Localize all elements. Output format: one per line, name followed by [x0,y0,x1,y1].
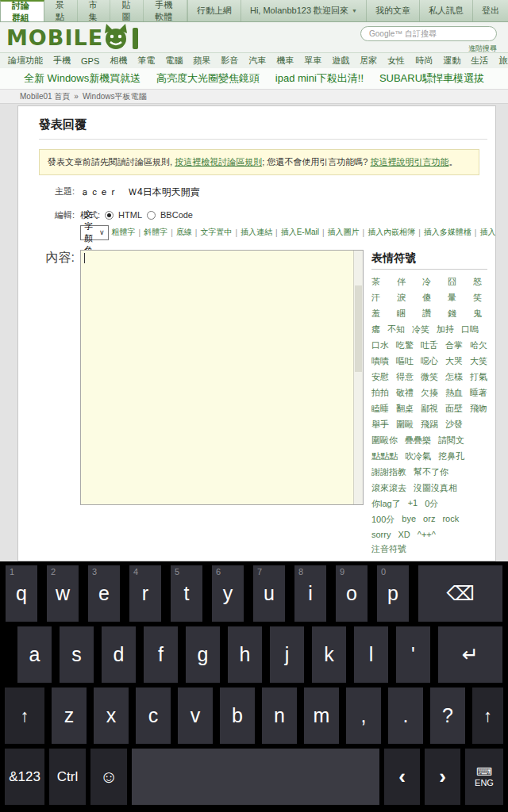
key-t[interactable]: 5t [171,565,202,622]
cursor-left-key[interactable]: ‹ [384,749,420,805]
nav-item-13[interactable]: 女性 [387,55,405,67]
topbar-link-4[interactable]: 登出 [472,0,508,21]
nav-item-16[interactable]: 生活 [471,55,488,67]
emoticon-link[interactable]: ^++^ [418,530,436,539]
toolbar-link-8[interactable]: 插入多媒體檔 [424,227,471,238]
emoticon-link[interactable]: 吃驚 [396,339,414,351]
emoticon-link[interactable]: 囧 [448,276,456,288]
emoticon-link[interactable]: 嘔吐 [396,355,414,367]
emoticon-link[interactable]: 淚 [397,292,406,304]
emoticon-link[interactable]: 你lag了 [371,498,401,510]
emoticon-link[interactable]: 點點點 [371,450,398,462]
emoticon-link[interactable]: 怎樣 [445,371,463,383]
emoticon-link[interactable]: 安慰 [371,371,389,383]
key-x[interactable]: x [94,688,129,744]
key-l[interactable]: l [354,626,388,683]
nav-item-15[interactable]: 運動 [443,55,460,67]
html-radio[interactable] [105,211,114,220]
emoticon-link[interactable]: 茶 [371,276,380,288]
scrollbar-thumb[interactable] [355,285,362,372]
nav-item-2[interactable]: GPS [81,56,99,66]
search-input[interactable] [360,26,497,41]
key-r[interactable]: 4r [129,565,161,622]
emoticon-link[interactable]: 打氣 [470,371,487,383]
space-key[interactable] [132,749,379,805]
ad-link-2[interactable]: ipad mini下殺出清!! [275,71,364,86]
emoticon-link[interactable]: 汗 [371,292,380,304]
ad-link-0[interactable]: 全新 Windows新機買就送 [24,71,140,86]
language-key[interactable]: ⌨ENG [465,749,503,805]
emoticon-link[interactable]: 請閱文 [438,435,464,446]
nav-item-17[interactable]: 旅遊美食 [498,55,508,67]
toolbar-link-1[interactable]: 斜體字 [144,227,167,238]
key-c[interactable]: c [136,688,171,744]
symbols-key[interactable]: &123 [5,749,44,805]
key-z[interactable]: z [52,688,87,744]
emoticon-link[interactable]: 羞 [371,308,380,320]
emoticon-link[interactable]: 熱血 [445,387,463,399]
nav-item-3[interactable]: 相機 [110,55,127,67]
content-textarea[interactable] [80,250,364,505]
emoticon-link[interactable]: sorry [371,530,391,539]
emoticon-link[interactable]: 敬禮 [396,387,414,399]
key-n[interactable]: n [262,688,297,744]
emoticon-link[interactable]: 口水 [371,339,389,351]
nav-item-0[interactable]: 論壇功能 [8,55,43,67]
emoticon-link[interactable]: 口嗚 [461,324,479,335]
emoticon-link[interactable]: 睡著 [470,387,487,399]
emoticon-link[interactable]: 舉手 [371,419,389,431]
textarea-scrollbar[interactable] [353,251,363,504]
comma-key[interactable]: , [346,688,381,744]
emoticon-link[interactable]: 暈 [448,292,456,304]
emoticon-link[interactable]: 噁心 [421,355,438,367]
key-h[interactable]: h [228,626,262,683]
key-k[interactable]: k [312,626,346,683]
emoticon-link[interactable]: 微笑 [421,371,438,383]
breadcrumb-home[interactable]: Mobile01 首頁 [20,91,70,102]
emoticon-link[interactable]: 笑 [473,292,482,304]
key-u[interactable]: 7u [253,565,285,622]
emoticon-link[interactable]: 面壁 [445,403,463,415]
emoticon-link[interactable]: 100分 [371,514,394,526]
emoticon-link[interactable]: 疊疊樂 [405,435,431,446]
emoji-key[interactable]: ☺ [90,749,127,805]
mobile01-logo[interactable]: MOBILE [6,23,140,52]
emoticon-link[interactable]: 飛吻 [470,403,487,415]
emoticon-link[interactable]: 拍拍 [371,387,389,399]
nav-item-12[interactable]: 居家 [360,55,377,67]
emoticon-link[interactable]: 睏 [397,308,406,320]
emoticon-link[interactable]: 0分 [425,498,438,510]
emoticon-link[interactable]: 讚 [422,308,431,320]
emoticon-link[interactable]: 欠揍 [421,387,438,399]
enter-key[interactable]: ↵ [438,626,502,683]
emoticon-link[interactable]: 圍毆 [396,419,414,431]
emoticon-link[interactable]: 注音符號 [371,543,406,555]
emoticon-link[interactable]: 飛踢 [421,419,438,431]
emoticon-link[interactable]: 滾來滾去 [371,482,406,494]
emoticon-link[interactable]: 吹冷氣 [405,450,431,462]
key-o[interactable]: 9o [336,565,368,622]
question-key[interactable]: ? [430,688,465,744]
cursor-right-key[interactable]: › [425,749,460,805]
emoticon-link[interactable]: bye [402,514,416,526]
emoticon-link[interactable]: 大哭 [445,355,463,367]
emoticon-link[interactable]: 鄙視 [421,403,438,415]
breadcrumb-current[interactable]: Windows平板電腦 [83,91,147,102]
key-m[interactable]: m [304,688,339,744]
emoticon-link[interactable]: 冷笑 [412,324,429,335]
topbar-link-3[interactable]: 私人訊息 [419,0,472,21]
emoticon-link[interactable]: XD [398,530,410,539]
nav-item-4[interactable]: 筆電 [137,55,155,67]
nav-item-9[interactable]: 機車 [276,55,294,67]
emoticon-link[interactable]: 吐舌 [421,339,438,351]
key-p[interactable]: 0p [377,565,409,622]
key-v[interactable]: v [178,688,213,744]
key-s[interactable]: s [60,626,94,683]
emoticon-link[interactable]: 大笑 [470,355,487,367]
toolbar-link-0[interactable]: 粗體字 [112,227,136,238]
period-key[interactable]: . [388,688,423,744]
emoticon-link[interactable]: 不知 [387,324,405,335]
topbar-tab-4[interactable]: 手機軟體 [144,0,187,21]
key-b[interactable]: b [220,688,255,744]
key-g[interactable]: g [186,626,220,683]
